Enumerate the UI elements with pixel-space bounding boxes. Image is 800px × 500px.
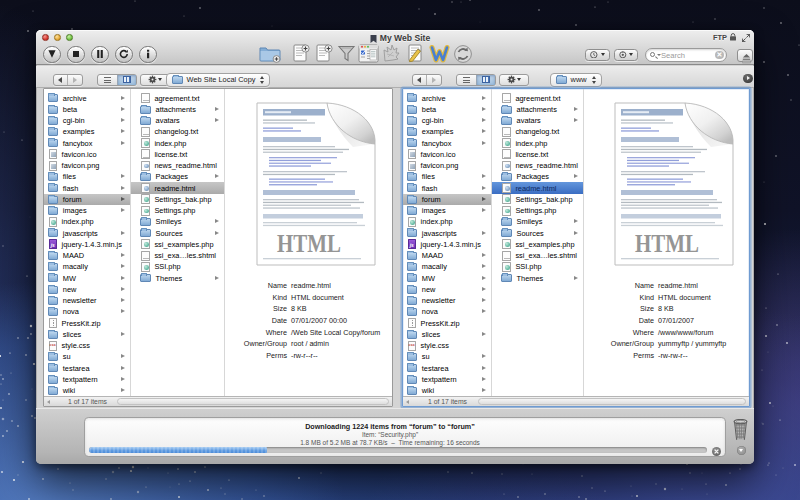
svg-text:HTML: HTML xyxy=(277,229,341,258)
svg-text:HTML: HTML xyxy=(635,229,699,258)
